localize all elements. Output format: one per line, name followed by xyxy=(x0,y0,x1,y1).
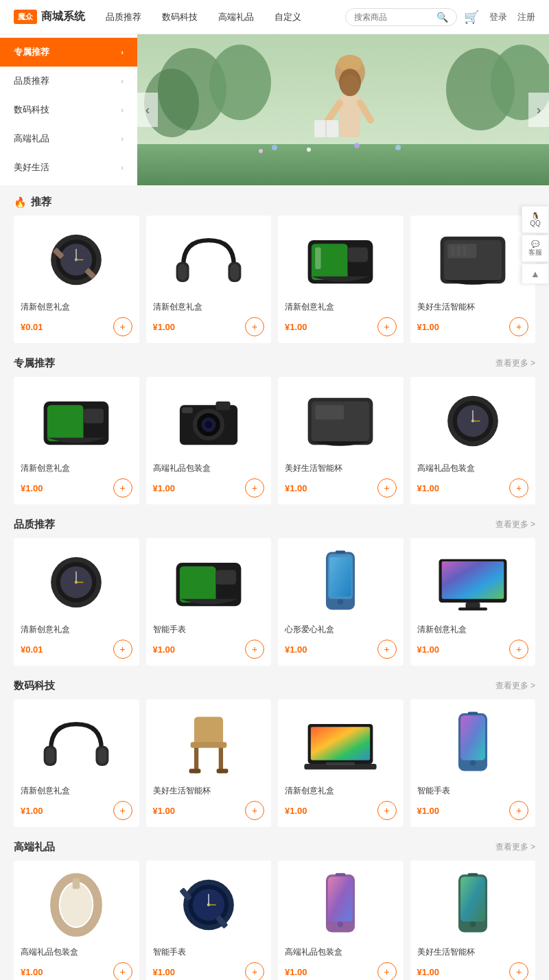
add-to-cart-button[interactable]: + xyxy=(509,478,528,498)
float-up-button[interactable]: ▲ xyxy=(522,264,549,284)
banner-next-button[interactable]: › xyxy=(528,93,549,127)
qq-icon: 🐧 xyxy=(531,212,539,220)
product-card[interactable]: 智能手表 ¥1.00 + xyxy=(410,699,536,827)
sidebar-item-featured-label: 专属推荐 xyxy=(14,46,49,58)
quality-header: 品质推荐 查看更多 > xyxy=(14,518,535,531)
product-bottom: ¥1.00 + xyxy=(153,640,265,659)
add-to-cart-button[interactable]: + xyxy=(509,317,528,336)
add-to-cart-button[interactable]: + xyxy=(377,801,397,820)
register-button[interactable]: 注册 xyxy=(517,11,535,23)
product-card[interactable]: 智能手表 ¥1.00 + xyxy=(146,538,272,666)
add-to-cart-button[interactable]: + xyxy=(245,962,264,980)
product-image xyxy=(432,710,514,778)
product-card[interactable]: 美好生活智能杯 ¥1.00 + xyxy=(410,215,536,343)
svg-rect-55 xyxy=(315,405,344,419)
nav-item-custom[interactable]: 自定义 xyxy=(274,11,301,23)
product-bottom: ¥1.00 + xyxy=(417,801,529,820)
product-price: ¥1.00 xyxy=(153,644,176,655)
nav-item-digital[interactable]: 数码科技 xyxy=(162,11,198,23)
product-image xyxy=(299,871,382,940)
login-button[interactable]: 登录 xyxy=(489,11,507,23)
product-card[interactable]: 清新创意礼盒 ¥1.00 + xyxy=(14,377,139,504)
search-icon[interactable]: 🔍 xyxy=(436,12,448,23)
add-to-cart-button[interactable]: + xyxy=(113,801,132,820)
sidebar-item-life[interactable]: 美好生活 › xyxy=(0,153,137,182)
product-card[interactable]: 清新创意礼盒 ¥1.00 + xyxy=(278,215,404,343)
banner-prev-button[interactable]: ‹ xyxy=(137,93,158,127)
product-image xyxy=(432,226,514,294)
luxury-section: 高端礼品 查看更多 > 高端礼品包装盒 ¥1.00 + 智能手表 xyxy=(14,841,535,980)
add-to-cart-button[interactable]: + xyxy=(509,640,528,659)
add-to-cart-button[interactable]: + xyxy=(377,478,397,498)
product-image xyxy=(299,226,382,294)
product-card[interactable]: 高端礼品包装盒 ¥1.00 + xyxy=(146,377,272,504)
add-to-cart-button[interactable]: + xyxy=(509,962,528,980)
svg-rect-70 xyxy=(215,570,235,585)
product-name: 高端礼品包装盒 xyxy=(417,463,475,474)
sidebar-item-quality[interactable]: 品质推荐 › xyxy=(0,67,137,95)
product-card[interactable]: 高端礼品包装盒 ¥1.00 + xyxy=(14,861,139,980)
main-content: 🔥 推荐 清新创意礼盒 ¥0.01 + 清新创意礼盒 xyxy=(0,185,549,980)
quality-more[interactable]: 查看更多 > xyxy=(495,519,535,530)
add-to-cart-button[interactable]: + xyxy=(377,962,397,980)
product-bottom: ¥1.00 + xyxy=(285,640,397,659)
product-card[interactable]: 高端礼品包装盒 ¥1.00 + xyxy=(278,861,404,980)
add-to-cart-button[interactable]: + xyxy=(377,317,397,336)
search-input[interactable] xyxy=(354,12,436,22)
product-card[interactable]: 清新创意礼盒 ¥0.01 + xyxy=(14,538,139,666)
product-image xyxy=(35,548,117,617)
add-to-cart-button[interactable]: + xyxy=(113,640,132,659)
luxury-more[interactable]: 查看更多 > xyxy=(495,841,535,853)
digital-more[interactable]: 查看更多 > xyxy=(495,680,535,692)
product-card[interactable]: 心形爱心礼盒 ¥1.00 + xyxy=(278,538,404,666)
svg-point-2 xyxy=(209,45,271,120)
qq-label: QQ xyxy=(530,220,541,227)
product-name: 清新创意礼盒 xyxy=(285,301,334,313)
add-to-cart-button[interactable]: + xyxy=(509,801,528,820)
header: 魔众 商城系统 品质推荐 数码科技 高端礼品 自定义 🔍 🛒 登录 注册 xyxy=(0,0,549,34)
product-card[interactable]: 清新创意礼盒 ¥0.01 + xyxy=(14,215,139,343)
add-to-cart-button[interactable]: + xyxy=(113,317,132,336)
float-chat-button[interactable]: 💬 客服 xyxy=(522,235,549,262)
product-card[interactable]: 智能手表 ¥1.00 + xyxy=(146,861,272,980)
product-price: ¥1.00 xyxy=(21,483,43,493)
add-to-cart-button[interactable]: + xyxy=(113,478,132,498)
sidebar-item-luxury[interactable]: 高端礼品 › xyxy=(0,124,137,153)
add-to-cart-button[interactable]: + xyxy=(245,317,264,336)
svg-rect-100 xyxy=(73,878,80,889)
product-card[interactable]: 清新创意礼盒 ¥1.00 + xyxy=(278,699,404,827)
sidebar-item-featured[interactable]: 专属推荐 › xyxy=(0,38,137,67)
product-card[interactable]: 美好生活智能杯 ¥1.00 + xyxy=(146,699,272,827)
svg-rect-88 xyxy=(216,769,228,773)
product-card[interactable]: 美好生活智能杯 ¥1.00 + xyxy=(278,377,404,504)
product-image xyxy=(167,548,250,617)
cart-icon[interactable]: 🛒 xyxy=(464,10,479,25)
sidebar-item-digital[interactable]: 数码科技 › xyxy=(0,95,137,124)
product-bottom: ¥1.00 + xyxy=(153,317,265,336)
featured-section: 专属推荐 查看更多 > 清新创意礼盒 ¥1.00 + 高端礼品包装盒 xyxy=(14,357,535,504)
nav-item-quality[interactable]: 品质推荐 xyxy=(106,11,141,23)
product-card[interactable]: 清新创意礼盒 ¥1.00 + xyxy=(146,215,272,343)
add-to-cart-button[interactable]: + xyxy=(377,640,397,659)
add-to-cart-button[interactable]: + xyxy=(245,640,264,659)
add-to-cart-button[interactable]: + xyxy=(245,478,264,498)
add-to-cart-button[interactable]: + xyxy=(245,801,264,820)
nav-item-luxury[interactable]: 高端礼品 xyxy=(218,11,254,23)
add-to-cart-button[interactable]: + xyxy=(113,962,132,980)
product-card[interactable]: 清新创意礼盒 ¥1.00 + xyxy=(14,699,139,827)
quality-title: 品质推荐 xyxy=(14,518,55,531)
product-price: ¥1.00 xyxy=(417,322,440,332)
product-card[interactable]: 美好生活智能杯 ¥1.00 + xyxy=(410,861,536,980)
svg-rect-79 xyxy=(458,607,487,610)
svg-rect-51 xyxy=(215,401,230,410)
sidebar-item-quality-label: 品质推荐 xyxy=(14,75,49,87)
banner: ‹ › xyxy=(137,34,549,185)
banner-image xyxy=(137,34,549,185)
product-bottom: ¥1.00 + xyxy=(153,801,265,820)
product-name: 美好生活智能杯 xyxy=(153,785,211,797)
float-qq-button[interactable]: 🐧 QQ xyxy=(522,206,549,233)
featured-more[interactable]: 查看更多 > xyxy=(495,358,535,369)
logo: 魔众 商城系统 xyxy=(14,10,85,24)
product-card[interactable]: 高端礼品包装盒 ¥1.00 + xyxy=(410,377,536,504)
product-card[interactable]: 清新创意礼盒 ¥1.00 + xyxy=(410,538,536,666)
